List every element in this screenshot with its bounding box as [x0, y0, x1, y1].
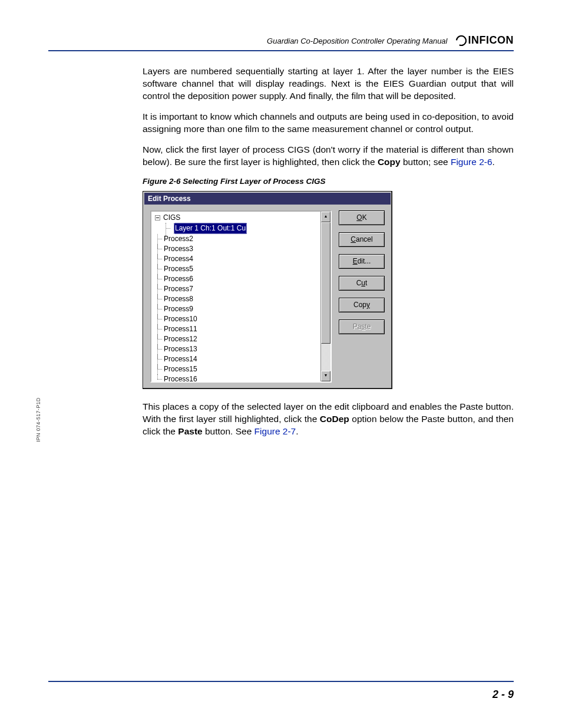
tree-item-selected[interactable]: Layer 1 Ch:1 Out:1 Cu	[163, 223, 318, 234]
scroll-thumb[interactable]	[321, 222, 330, 344]
tree-item[interactable]: Process7	[155, 284, 318, 294]
collapse-icon[interactable]	[155, 215, 160, 220]
brand-logo: INFICON	[456, 34, 514, 47]
cancel-button[interactable]: Cancel	[339, 232, 385, 247]
paragraph-3: Now, click the first layer of process CI…	[143, 144, 514, 169]
dialog-titlebar: Edit Process	[144, 193, 391, 205]
scroll-up-icon[interactable]: ▴	[321, 212, 330, 222]
tree-item[interactable]: Process14	[155, 354, 318, 364]
edit-button[interactable]: Edit...	[339, 254, 385, 269]
tree-item[interactable]: Process12	[155, 334, 318, 344]
tree-root[interactable]: CIGS	[155, 213, 318, 223]
scroll-down-icon[interactable]: ▾	[321, 371, 330, 381]
figure-2-7-link[interactable]: Figure 2-7	[254, 426, 296, 436]
p4-bold-1: CoDep	[320, 414, 349, 424]
p4-bold-2: Paste	[178, 426, 202, 436]
tree-item[interactable]: Process4	[155, 254, 318, 264]
p4-text-c: button. See	[203, 426, 254, 436]
tree-item[interactable]: Process11	[155, 324, 318, 334]
p3-bold: Copy	[378, 157, 401, 167]
tree-item[interactable]: Process13	[155, 344, 318, 354]
tree-item[interactable]: Process9	[155, 304, 318, 314]
process-tree[interactable]: CIGSLayer 1 Ch:1 Out:1 CuProcess2Process…	[150, 210, 332, 383]
body-content: Layers are numbered sequentially startin…	[143, 65, 514, 437]
brand-text: INFICON	[468, 34, 514, 47]
tree-item[interactable]: Process3	[155, 244, 318, 254]
p3-text-b: button; see	[401, 157, 451, 167]
logo-icon	[456, 35, 467, 46]
paste-button[interactable]: Paste	[339, 319, 385, 334]
paragraph-1: Layers are numbered sequentially startin…	[143, 65, 514, 103]
paragraph-4: This places a copy of the selected layer…	[143, 401, 514, 438]
tree-scrollbar[interactable]: ▴ ▾	[320, 212, 330, 381]
figure-caption: Figure 2-6 Selecting First Layer of Proc…	[143, 176, 514, 187]
ok-button[interactable]: OK	[339, 210, 385, 225]
tree-item[interactable]: Process16	[155, 374, 318, 381]
ipn-sidebar-text: IPN 074-517-P1D	[35, 397, 41, 442]
page-number: 2 - 9	[492, 689, 514, 701]
header-divider	[48, 50, 514, 51]
cut-button[interactable]: Cut	[339, 276, 385, 291]
p3-text-c: .	[492, 157, 495, 167]
tree-item[interactable]: Process8	[155, 294, 318, 304]
tree-item[interactable]: Process10	[155, 314, 318, 324]
tree-item[interactable]: Process2	[155, 234, 318, 244]
copy-button[interactable]: Copy	[339, 298, 385, 312]
paragraph-2: It is important to know which channels a…	[143, 111, 514, 136]
p4-text-d: .	[296, 426, 298, 436]
figure-2-6-link[interactable]: Figure 2-6	[451, 157, 492, 167]
footer-divider	[48, 681, 514, 682]
edit-process-dialog: Edit Process CIGSLayer 1 Ch:1 Out:1 CuPr…	[143, 191, 392, 389]
tree-item[interactable]: Process15	[155, 364, 318, 374]
manual-title: Guardian Co-Deposition Controller Operat…	[267, 37, 447, 45]
tree-item[interactable]: Process6	[155, 274, 318, 284]
tree-item[interactable]: Process5	[155, 264, 318, 274]
